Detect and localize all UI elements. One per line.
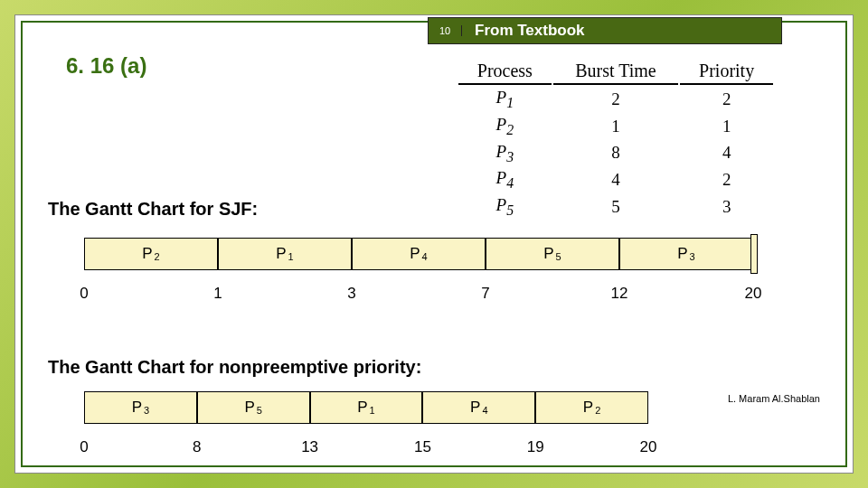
gantt-end-bar [750, 234, 758, 274]
slide-frame: 10 From Textbook 6. 16 (a) Process Burst… [14, 14, 854, 474]
gantt-tick: 13 [301, 438, 318, 456]
topbar: 10 From Textbook [428, 17, 782, 44]
section-title: 6. 16 (a) [66, 53, 146, 79]
gantt-segment: P1 [310, 391, 423, 424]
author-label: L. Maram Al.Shablan [728, 393, 820, 404]
heading-sjf: The Gantt Chart for SJF: [48, 199, 258, 220]
th-priority: Priority [680, 61, 773, 85]
topbar-title: From Textbook [462, 22, 781, 40]
slide-inner-border: 10 From Textbook 6. 16 (a) Process Burst… [21, 21, 847, 467]
process-table: Process Burst Time Priority P122P211P384… [457, 59, 775, 221]
gantt-tick: 1 [213, 285, 222, 303]
table-row: P553 [458, 194, 773, 220]
page-number: 10 [429, 25, 462, 36]
gantt-tick: 8 [193, 438, 201, 456]
gantt-tick: 20 [745, 285, 762, 303]
gantt-segment: P3 [84, 391, 197, 424]
gantt-segment: P5 [197, 391, 310, 424]
gantt-tick: 0 [80, 285, 88, 303]
gantt-segment: P2 [535, 391, 648, 424]
gantt-nonpreemptive: P3P5P1P4P2 [84, 391, 648, 424]
table-row: P384 [458, 141, 773, 166]
gantt-segment: P2 [84, 238, 218, 270]
gantt-tick: 7 [481, 285, 489, 303]
gantt-tick: 20 [640, 438, 657, 456]
gantt-segment: P3 [619, 238, 753, 270]
gantt-segment: P4 [422, 391, 535, 424]
gantt-segment: P4 [352, 238, 486, 270]
gantt-tick: 12 [611, 285, 628, 303]
gantt-tick: 15 [414, 438, 431, 456]
process-table-header: Process Burst Time Priority [458, 61, 773, 85]
gantt-segment: P1 [218, 238, 352, 270]
th-process: Process [458, 61, 552, 85]
table-row: P442 [458, 167, 773, 192]
gantt-segment: P5 [486, 238, 619, 270]
gantt-tick: 19 [527, 438, 544, 456]
table-row: P211 [458, 114, 773, 139]
gantt-tick: 3 [347, 285, 355, 303]
slide-background: 10 From Textbook 6. 16 (a) Process Burst… [0, 0, 868, 488]
gantt-sjf: P2P1P4P5P3 [84, 238, 753, 270]
table-row: P122 [458, 87, 773, 112]
gantt-tick: 0 [80, 438, 88, 456]
th-burst: Burst Time [553, 61, 679, 85]
heading-nonpreemptive: The Gantt Chart for nonpreemptive priori… [48, 357, 421, 378]
